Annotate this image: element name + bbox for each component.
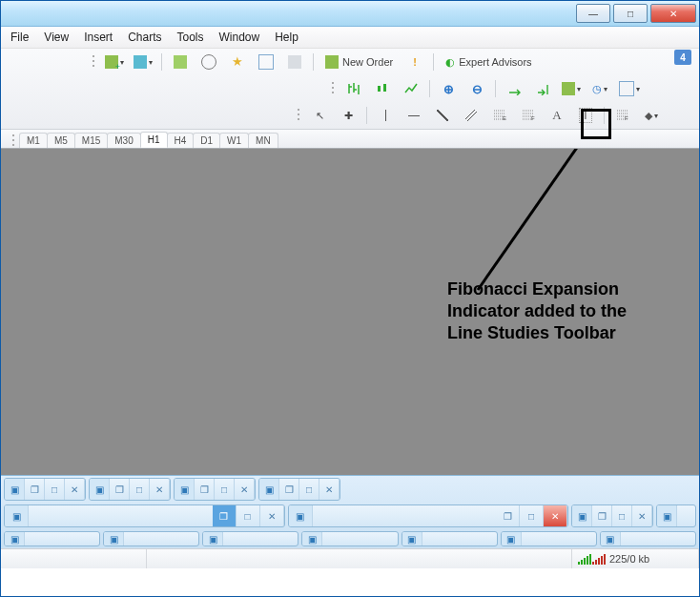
toolbar-separator (161, 53, 162, 71)
new-chart-button[interactable]: ▾ (101, 51, 128, 72)
tf-tab-h1[interactable]: H1 (140, 132, 168, 148)
window-max-icon[interactable]: □ (520, 505, 544, 526)
window-max-icon[interactable]: □ (45, 479, 65, 500)
fibonacci-expansion-button[interactable]: F (609, 105, 636, 126)
templates-button[interactable]: ▾ (615, 78, 644, 99)
fibonacci-fan-button[interactable]: F (515, 105, 542, 126)
window-close-icon[interactable]: ✕ (544, 505, 567, 526)
mdi-child-window[interactable]: ▣ ❐ □ ✕ (4, 478, 86, 501)
tf-tab-m5[interactable]: M5 (47, 133, 75, 148)
line-chart-button[interactable] (398, 78, 424, 99)
window-max-icon[interactable]: □ (612, 505, 632, 526)
menu-window[interactable]: Window (219, 31, 260, 44)
mdi-child-window[interactable]: ▣ ❐ □ ✕ (174, 478, 256, 501)
zoom-out-button[interactable]: ⊖ (463, 78, 490, 99)
fibonacci-retracement-button[interactable]: E (486, 105, 513, 126)
menu-insert[interactable]: Insert (84, 31, 113, 44)
chart-shift-button[interactable] (529, 78, 556, 99)
window-restore-icon[interactable]: ❐ (110, 479, 130, 500)
toolbar-grip[interactable] (297, 107, 301, 124)
chevron-down-icon: ▾ (604, 85, 607, 93)
mdi-child-window-partial[interactable]: ▣ (103, 531, 199, 546)
text-label-button[interactable]: T (572, 105, 599, 126)
expert-advisors-button[interactable]: ◐ Expert Advisors (439, 51, 538, 72)
tf-tab-m15[interactable]: M15 (74, 133, 108, 148)
mdi-child-window-partial[interactable]: ▣ (202, 531, 299, 546)
mdi-child-window[interactable]: ▣ ❐ □ ✕ (89, 478, 171, 501)
window-max-icon[interactable]: □ (299, 479, 319, 500)
status-connection[interactable]: 225/0 kb (572, 549, 699, 568)
mdi-child-window[interactable]: ▣ ❐ □ ✕ (288, 504, 569, 527)
bar-chart-button[interactable] (340, 78, 367, 99)
toolbar-grip[interactable] (92, 53, 96, 71)
window-close-icon[interactable]: ✕ (65, 479, 85, 500)
text-button[interactable]: A (544, 105, 570, 126)
mdi-child-window[interactable]: ▣ ❐ □ ✕ (258, 478, 340, 501)
close-button[interactable]: ✕ (650, 4, 696, 23)
window-restore-icon[interactable]: ❐ (25, 479, 45, 500)
equidistant-channel-button[interactable] (458, 105, 484, 126)
periodicity-button[interactable]: ◷▾ (587, 78, 613, 99)
autoscroll-button[interactable] (501, 78, 527, 99)
window-restore-icon[interactable]: ❐ (213, 505, 237, 526)
menu-help[interactable]: Help (275, 31, 299, 44)
window-app-icon: ▣ (5, 479, 25, 500)
market-watch-button[interactable] (167, 51, 194, 72)
toolbar-grip[interactable] (331, 80, 336, 97)
menu-tools[interactable]: Tools (177, 31, 204, 44)
strategy-tester-button[interactable] (281, 51, 308, 72)
window-close-icon[interactable]: ✕ (150, 479, 170, 500)
minimize-button[interactable]: — (576, 4, 610, 23)
window-max-icon[interactable]: □ (215, 479, 235, 500)
mdi-child-window-partial[interactable]: ▣ (4, 531, 100, 546)
mdi-row-1: ▣ ❐ □ ✕ ▣ ❐ □ ✕ ▣ ❐ □ ✕ ▣ ❐ □ ✕ (1, 476, 699, 503)
candlestick-button[interactable] (369, 78, 396, 99)
cursor-icon: ↖ (316, 110, 324, 122)
cursor-button[interactable]: ↖ (306, 105, 333, 126)
zoom-in-button[interactable]: ⊕ (435, 78, 462, 99)
trendline-button[interactable] (429, 105, 456, 126)
mdi-child-window-partial[interactable]: ▣ (301, 531, 398, 546)
navigator-button[interactable] (196, 51, 222, 72)
terminal-button[interactable]: ★ (224, 51, 251, 72)
zoom-out-icon: ⊖ (472, 82, 483, 96)
crosshair-button[interactable]: ✚ (335, 105, 361, 126)
window-max-icon[interactable]: □ (237, 505, 260, 526)
mdi-child-window[interactable]: ▣ ❐ □ ✕ (4, 504, 285, 527)
window-restore-icon[interactable]: ❐ (195, 479, 215, 500)
window-restore-icon[interactable]: ❐ (279, 479, 299, 500)
shapes-button[interactable]: ◆▾ (638, 105, 665, 126)
window-close-icon[interactable]: ✕ (319, 479, 340, 500)
window-close-icon[interactable]: ✕ (632, 505, 652, 526)
window-restore-icon[interactable]: ❐ (592, 505, 612, 526)
tf-tab-d1[interactable]: D1 (193, 133, 220, 148)
window-max-icon[interactable]: □ (130, 479, 150, 500)
mdi-child-window[interactable]: ▣ ❐ □ ✕ (571, 504, 653, 527)
metaquotes-button[interactable]: ! (401, 51, 428, 72)
tf-tab-h4[interactable]: H4 (167, 133, 195, 148)
window-app-icon: ▣ (203, 532, 223, 546)
indicators-button[interactable]: ▾ (558, 78, 585, 99)
vertical-line-button[interactable] (372, 105, 399, 126)
mdi-child-window-partial[interactable]: ▣ (600, 531, 696, 546)
window-close-icon[interactable]: ✕ (235, 479, 255, 500)
mdi-child-window-partial[interactable]: ▣ (501, 531, 597, 546)
tf-tab-w1[interactable]: W1 (219, 133, 249, 148)
mdi-child-window-partial[interactable]: ▣ (401, 531, 498, 546)
window-restore-icon[interactable]: ❐ (496, 505, 520, 526)
data-window-button[interactable] (253, 51, 279, 72)
horizontal-line-button[interactable] (401, 105, 427, 126)
window-close-icon[interactable]: ✕ (260, 505, 284, 526)
tf-tab-mn[interactable]: MN (248, 133, 278, 148)
notification-count[interactable]: 4 (674, 50, 691, 65)
menu-view[interactable]: View (44, 31, 69, 44)
profiles-button[interactable]: ▾ (130, 51, 156, 72)
menu-charts[interactable]: Charts (128, 31, 161, 44)
tf-tab-m1[interactable]: M1 (19, 133, 48, 148)
maximize-button[interactable]: □ (613, 4, 648, 23)
tf-tab-m30[interactable]: M30 (107, 133, 140, 148)
new-order-button[interactable]: New Order (319, 51, 400, 72)
menu-file[interactable]: File (10, 31, 29, 44)
toolbar-grip[interactable] (11, 133, 16, 146)
mdi-child-window-partial[interactable]: ▣ (656, 504, 696, 527)
